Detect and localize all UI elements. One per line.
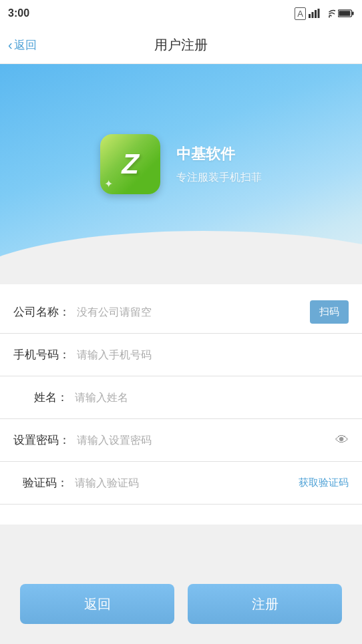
captcha-field-row: 验证码： 获取验证码 [0, 462, 362, 505]
svg-rect-2 [315, 10, 317, 18]
battery-icon [338, 9, 354, 18]
name-label: 姓名： [13, 390, 68, 405]
get-captcha-button[interactable]: 获取验证码 [299, 476, 349, 489]
phone-label: 手机号码： [13, 347, 70, 362]
svg-rect-6 [352, 11, 354, 15]
phone-field-row: 手机号码： [0, 334, 362, 376]
company-input[interactable] [70, 301, 310, 324]
app-icon-star: ✦ [104, 178, 113, 190]
back-nav-label: 返回 [14, 37, 37, 53]
status-bar: 3:00 A [0, 0, 362, 27]
scan-button[interactable]: 扫码 [310, 300, 349, 324]
sim-icon: A [295, 7, 306, 20]
captcha-label: 验证码： [13, 475, 68, 491]
company-label: 公司名称： [13, 304, 70, 320]
app-icon: Z ✦ [100, 134, 160, 194]
password-input[interactable] [70, 429, 335, 452]
svg-rect-7 [339, 11, 350, 16]
captcha-input[interactable] [68, 472, 299, 495]
wifi-icon [323, 9, 335, 18]
app-name: 中基软件 [176, 144, 262, 164]
header: ‹ 返回 用户注册 [0, 27, 362, 64]
status-time: 3:00 [8, 7, 29, 19]
bottom-buttons: 返回 注册 [0, 584, 362, 624]
svg-rect-3 [318, 9, 320, 18]
register-button[interactable]: 注册 [188, 584, 342, 624]
hero-content: Z ✦ 中基软件 专注服装手机扫菲 [100, 134, 262, 194]
name-field-row: 姓名： [0, 376, 362, 419]
eye-toggle-icon[interactable]: 👁 [335, 432, 349, 448]
bottom-back-button[interactable]: 返回 [20, 584, 174, 624]
svg-rect-1 [312, 12, 314, 18]
svg-point-4 [329, 16, 330, 17]
back-chevron-icon: ‹ [8, 37, 13, 53]
app-subtitle: 专注服装手机扫菲 [176, 171, 262, 185]
hero-section: Z ✦ 中基软件 专注服装手机扫菲 [0, 64, 362, 264]
status-icons: A [295, 7, 354, 20]
password-field-row: 设置密码： 👁 [0, 419, 362, 462]
hero-text: 中基软件 专注服装手机扫菲 [176, 144, 262, 185]
name-input[interactable] [68, 386, 349, 409]
phone-input[interactable] [70, 344, 349, 366]
app-icon-letter: Z [122, 148, 139, 180]
page-title: 用户注册 [154, 36, 208, 54]
company-field-row: 公司名称： 扫码 [0, 291, 362, 334]
svg-rect-0 [309, 14, 311, 18]
back-nav-button[interactable]: ‹ 返回 [8, 37, 37, 53]
registration-form: 公司名称： 扫码 手机号码： 姓名： 设置密码： 👁 验证码： 获取验证码 [0, 284, 362, 525]
signal-icon [309, 9, 321, 18]
password-label: 设置密码： [13, 432, 70, 448]
